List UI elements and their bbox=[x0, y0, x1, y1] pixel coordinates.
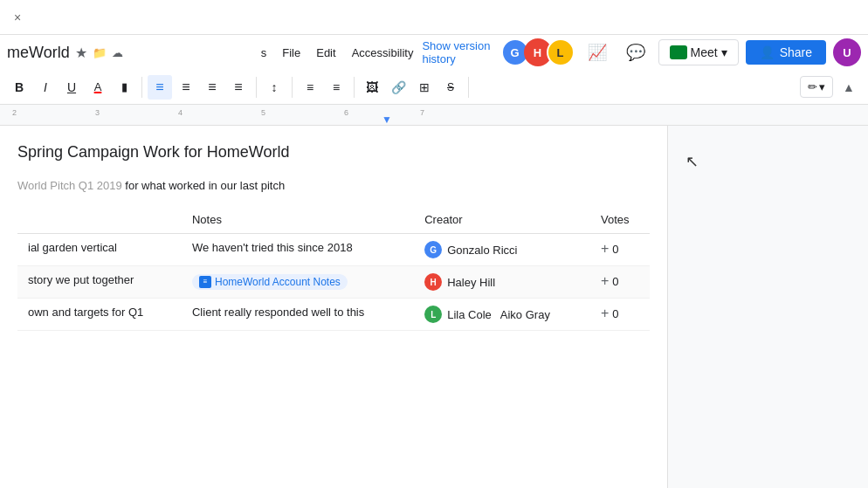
edit-mode-button[interactable]: ✏ ▾ bbox=[800, 76, 833, 98]
separator-5 bbox=[468, 77, 469, 98]
right-sidebar: ↖ bbox=[667, 126, 868, 488]
collaborator-avatars: G H L bbox=[501, 38, 575, 66]
table-cell-0-3: + 0 bbox=[590, 234, 650, 266]
col-header-notes: Notes bbox=[182, 206, 414, 234]
align-right-button[interactable]: ≡ bbox=[200, 75, 224, 100]
user-avatar[interactable]: U bbox=[833, 38, 861, 66]
creator-name-lila: Lila Cole bbox=[447, 308, 492, 321]
menu-bar: meWorld ★ 📁 ☁ s File Edit Accessibility … bbox=[0, 35, 868, 70]
star-icon[interactable]: ★ bbox=[75, 45, 87, 61]
menu-item-s[interactable]: s bbox=[254, 43, 274, 63]
link-button[interactable]: 🔗 bbox=[386, 75, 410, 100]
table-button[interactable]: ⊞ bbox=[412, 75, 437, 100]
menu-item-accessibility[interactable]: Accessibility bbox=[345, 43, 421, 63]
separator-1 bbox=[141, 77, 142, 98]
italic-button[interactable]: I bbox=[33, 75, 58, 100]
show-version-history-link[interactable]: Show version history bbox=[422, 39, 500, 65]
ruler-tick-2: 2 bbox=[12, 108, 17, 117]
highlight-button[interactable]: ▮ bbox=[112, 75, 136, 100]
text-color-button[interactable]: A bbox=[86, 75, 110, 100]
creator-avatar-lila: L bbox=[424, 306, 442, 323]
bold-button[interactable]: B bbox=[7, 75, 31, 100]
line-spacing-button[interactable]: ↕ bbox=[262, 75, 286, 100]
table-cell-1-0: story we put together bbox=[17, 266, 182, 299]
meet-icon bbox=[670, 45, 687, 59]
creator-name-haley: Haley Hill bbox=[447, 276, 495, 289]
numbering-button[interactable]: ≡ bbox=[324, 75, 348, 100]
align-center-button[interactable]: ≡ bbox=[174, 75, 198, 100]
chip-label: HomeWorld Account Notes bbox=[215, 276, 341, 288]
menu-item-edit[interactable]: Edit bbox=[309, 43, 342, 63]
table-cell-0-1: We haven't tried this since 2018 bbox=[182, 234, 414, 266]
separator-2 bbox=[256, 77, 257, 98]
table-cell-1-1: ≡ HomeWorld Account Notes bbox=[182, 266, 414, 299]
table-cell-0-2: G Gonzalo Ricci bbox=[414, 234, 590, 266]
cursor-arrow: ↖ bbox=[685, 152, 699, 171]
vote-plus-icon[interactable]: + bbox=[601, 306, 609, 321]
ruler-inner: 2 3 4 5 6 7 ▼ bbox=[0, 105, 868, 125]
col-header-creator: Creator bbox=[414, 206, 590, 234]
table-cell-2-2: L Lila Cole Aiko Gray bbox=[414, 299, 590, 331]
doc-area[interactable]: Spring Campaign Work for HomeWorld World… bbox=[0, 126, 667, 488]
vote-count: 0 bbox=[612, 243, 618, 256]
creator-cell: G Gonzalo Ricci bbox=[424, 241, 580, 258]
menu-item-file[interactable]: File bbox=[275, 43, 307, 63]
creator-cell: H Haley Hill bbox=[424, 273, 580, 291]
svg-marker-1 bbox=[680, 49, 684, 56]
vote-plus-icon[interactable]: + bbox=[601, 241, 609, 257]
creator-name-aiko: Aiko Gray bbox=[500, 308, 550, 321]
ruler-tick-5: 5 bbox=[261, 108, 265, 117]
doc-subtext-grey: World Pitch Q1 2019 bbox=[17, 179, 122, 192]
creator-avatar-haley: H bbox=[424, 273, 442, 291]
col-header-0 bbox=[17, 206, 182, 234]
vote-cell: + 0 bbox=[601, 241, 639, 257]
ruler-tab-stop[interactable]: ▼ bbox=[382, 113, 392, 126]
trend-icon-button[interactable]: 📈 bbox=[582, 37, 613, 68]
align-left-button[interactable]: ≡ bbox=[148, 75, 172, 100]
ruler-tick-3: 3 bbox=[95, 108, 100, 117]
vote-count: 0 bbox=[612, 307, 618, 320]
table-cell-0-0: ial garden vertical bbox=[17, 234, 182, 266]
doc-page: Spring Campaign Work for HomeWorld World… bbox=[0, 126, 667, 488]
folder-icon[interactable]: 📁 bbox=[93, 46, 107, 59]
doc-chip[interactable]: ≡ HomeWorld Account Notes bbox=[192, 274, 348, 290]
creator-name-gonzalo: Gonzalo Ricci bbox=[447, 244, 517, 257]
share-button[interactable]: 👤 Share bbox=[746, 40, 826, 65]
format-bar: B I U A ▮ ≡ ≡ ≡ ≡ ↕ ≡ ≡ 🖼 🔗 ⊞ S ✏ ▾ ▲ bbox=[0, 70, 868, 105]
strikethrough-button[interactable]: S bbox=[438, 75, 463, 100]
align-justify-button[interactable]: ≡ bbox=[226, 75, 251, 100]
table-cell-1-2: H Haley Hill bbox=[414, 266, 590, 299]
sidebar-content: ↖ bbox=[668, 126, 868, 488]
meet-label: Meet bbox=[691, 45, 718, 59]
share-icon: 👤 bbox=[760, 45, 775, 59]
avatar-lila[interactable]: L bbox=[547, 38, 575, 66]
ruler-tick-6: 6 bbox=[344, 108, 348, 117]
underline-button[interactable]: U bbox=[59, 75, 84, 100]
creator-cell: L Lila Cole Aiko Gray bbox=[424, 306, 580, 323]
table-row: own and targets for Q1 Client really res… bbox=[17, 299, 650, 331]
ruler-tick-4: 4 bbox=[178, 108, 183, 117]
table-row: story we put together ≡ HomeWorld Accoun… bbox=[17, 266, 650, 299]
separator-4 bbox=[354, 77, 355, 98]
table-cell-1-3: + 0 bbox=[590, 266, 650, 299]
table-cell-2-3: + 0 bbox=[590, 299, 650, 331]
top-bar: × bbox=[0, 0, 868, 35]
collapse-toolbar-button[interactable]: ▲ bbox=[837, 75, 861, 100]
doc-title-area: meWorld ★ 📁 ☁ bbox=[7, 44, 254, 62]
ruler-tick-7: 7 bbox=[420, 108, 424, 117]
pencil-icon: ✏ bbox=[808, 80, 817, 93]
meet-dropdown-icon: ▾ bbox=[721, 45, 727, 59]
vote-plus-icon[interactable]: + bbox=[601, 273, 609, 289]
chip-doc-icon: ≡ bbox=[199, 276, 211, 288]
doc-heading: Spring Campaign Work for HomeWorld bbox=[17, 143, 650, 162]
cloud-icon[interactable]: ☁ bbox=[112, 46, 123, 59]
pencil-dropdown-icon: ▾ bbox=[819, 80, 825, 93]
close-button[interactable]: × bbox=[7, 7, 28, 28]
image-button[interactable]: 🖼 bbox=[360, 75, 384, 100]
vote-count: 0 bbox=[612, 275, 618, 288]
chat-icon-button[interactable]: 💬 bbox=[620, 37, 651, 68]
doc-subtext: World Pitch Q1 2019 for what worked in o… bbox=[17, 179, 650, 192]
meet-button[interactable]: Meet ▾ bbox=[658, 39, 739, 65]
bullets-button[interactable]: ≡ bbox=[298, 75, 322, 100]
col-header-votes: Votes bbox=[590, 206, 650, 234]
